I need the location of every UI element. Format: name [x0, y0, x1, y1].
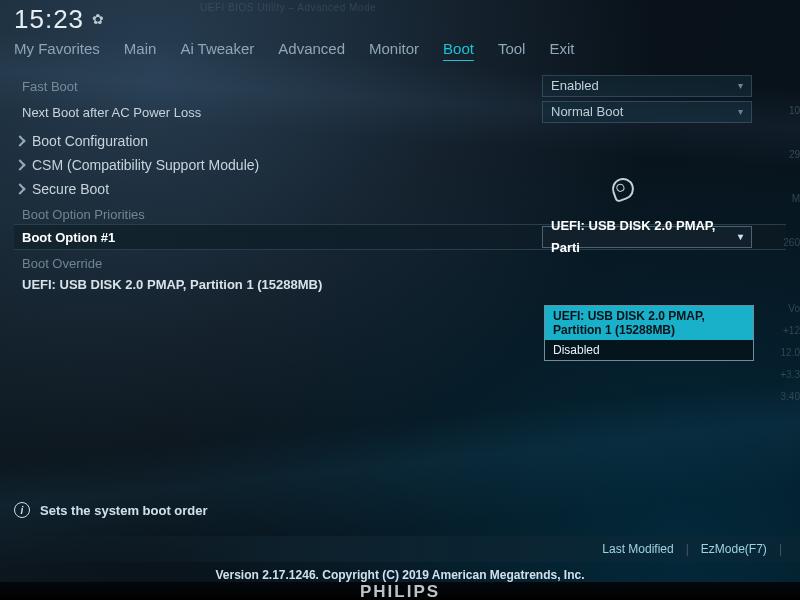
- submenu-label: Boot Configuration: [32, 133, 148, 149]
- submenu-csm-compatibility-support-module-[interactable]: CSM (Compatibility Support Module): [14, 153, 786, 177]
- boot-option-1-label: Boot Option #1: [22, 230, 542, 245]
- tab-boot[interactable]: Boot: [443, 40, 474, 61]
- chevron-right-icon: [14, 159, 25, 170]
- tab-tool[interactable]: Tool: [498, 40, 526, 61]
- bios-boot-screen: UEFI BIOS Utility – Advanced Mode 15:23 …: [0, 0, 800, 600]
- last-modified-link[interactable]: Last Modified: [602, 542, 673, 556]
- help-row: i Sets the system boot order: [14, 502, 208, 518]
- chevron-down-icon: ▾: [738, 75, 743, 97]
- boot-option-1-value: UEFI: USB DISK 2.0 PMAP, Parti: [551, 215, 738, 259]
- chevron-down-icon: ▾: [738, 226, 743, 248]
- monitor-brand: PHILIPS: [360, 582, 440, 600]
- tab-advanced[interactable]: Advanced: [278, 40, 345, 61]
- next-boot-dropdown[interactable]: Normal Boot ▾: [542, 101, 752, 123]
- next-boot-value: Normal Boot: [551, 101, 623, 123]
- submenu-list: Boot ConfigurationCSM (Compatibility Sup…: [14, 129, 786, 201]
- ezmode-link[interactable]: EzMode(F7): [701, 542, 767, 556]
- help-text: Sets the system boot order: [40, 503, 208, 518]
- side-info-ghost: 1029M260Vo+1212.0+3.33.40: [774, 100, 800, 408]
- info-icon: i: [14, 502, 30, 518]
- tab-monitor[interactable]: Monitor: [369, 40, 419, 61]
- tab-main[interactable]: Main: [124, 40, 157, 61]
- title-ghost: UEFI BIOS Utility – Advanced Mode: [200, 2, 376, 13]
- bottom-bar: Last Modified | EzMode(F7) |: [0, 536, 800, 562]
- tab-exit[interactable]: Exit: [549, 40, 574, 61]
- fast-boot-dropdown[interactable]: Enabled ▾: [542, 75, 752, 97]
- next-boot-label: Next Boot after AC Power Loss: [22, 105, 542, 120]
- dropdown-option[interactable]: Disabled: [545, 340, 753, 360]
- copyright: Version 2.17.1246. Copyright (C) 2019 Am…: [0, 568, 800, 582]
- boot-option-1-dropdown[interactable]: UEFI: USB DISK 2.0 PMAP, Parti ▾: [542, 226, 752, 248]
- fast-boot-value: Enabled: [551, 75, 599, 97]
- main-tabs: My FavoritesMainAi TweakerAdvancedMonito…: [14, 40, 786, 69]
- submenu-label: CSM (Compatibility Support Module): [32, 157, 259, 173]
- submenu-label: Secure Boot: [32, 181, 109, 197]
- boot-option-dropdown-popup: UEFI: USB DISK 2.0 PMAP, Partition 1 (15…: [544, 305, 754, 361]
- submenu-secure-boot[interactable]: Secure Boot: [14, 177, 786, 201]
- chevron-right-icon: [14, 135, 25, 146]
- boot-option-1-row[interactable]: Boot Option #1 UEFI: USB DISK 2.0 PMAP, …: [14, 224, 786, 250]
- chevron-down-icon: ▾: [738, 101, 743, 123]
- dropdown-option[interactable]: UEFI: USB DISK 2.0 PMAP, Partition 1 (15…: [545, 306, 753, 340]
- tab-ai-tweaker[interactable]: Ai Tweaker: [180, 40, 254, 61]
- boot-override-item[interactable]: UEFI: USB DISK 2.0 PMAP, Partition 1 (15…: [14, 273, 786, 296]
- fast-boot-label: Fast Boot: [22, 79, 542, 94]
- tab-my-favorites[interactable]: My Favorites: [14, 40, 100, 61]
- clock: 15:23: [14, 4, 84, 35]
- chevron-right-icon: [14, 183, 25, 194]
- submenu-boot-configuration[interactable]: Boot Configuration: [14, 129, 786, 153]
- gear-icon[interactable]: ✿: [92, 11, 104, 27]
